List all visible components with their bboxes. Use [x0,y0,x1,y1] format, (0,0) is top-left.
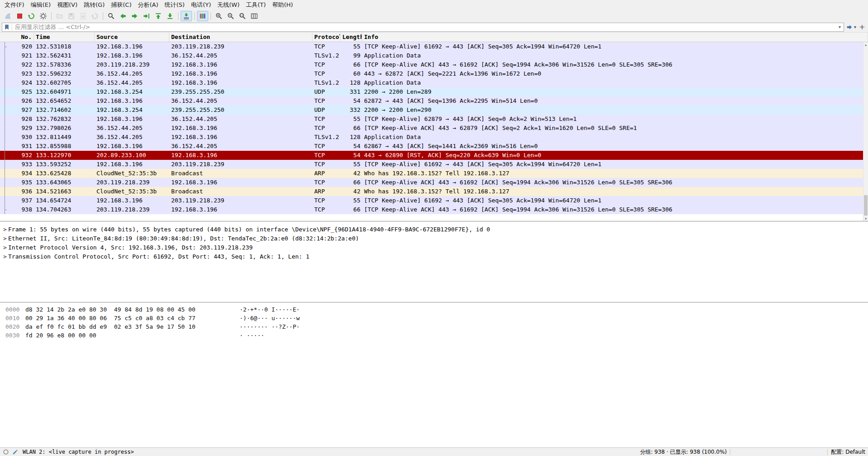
packet-row-933[interactable]: 933133.593252192.168.3.196203.119.218.23… [0,160,868,169]
capture-comment-icon[interactable] [12,449,19,455]
column-header-destination[interactable]: Destination [169,33,312,42]
column-header-info[interactable]: Info [362,33,868,42]
column-header-time[interactable]: Time [34,33,95,42]
restart-capture-button[interactable] [26,11,37,21]
cell-length: 99 [340,51,362,60]
stop-capture-icon [16,12,24,20]
menu-go[interactable]: 跳转(G) [81,0,108,10]
menu-edit[interactable]: 编辑(E) [28,0,54,10]
zoom-original-button[interactable]: 1:1 [237,11,248,21]
cell-source: 192.168.3.196 [95,142,169,151]
go-forward-button[interactable] [129,11,140,21]
expand-arrow-icon[interactable]: > [2,243,8,252]
open-capture-file-button[interactable] [54,11,65,21]
menu-help[interactable]: 帮助(H) [269,0,296,10]
expand-arrow-icon[interactable]: > [2,225,8,234]
cell-destination: 192.168.3.196 [169,151,312,160]
capture-options-button[interactable] [38,11,49,21]
find-packet-button[interactable] [106,11,117,21]
stop-capture-button[interactable] [14,11,25,21]
packet-row-927[interactable]: 927132.714602192.168.3.254239.255.255.25… [0,106,868,115]
add-filter-expression-button[interactable]: + [858,23,866,32]
profile-button[interactable]: 配置: Default [831,448,865,456]
filter-bookmark-icon[interactable] [4,24,12,31]
scroll-thumb[interactable] [864,195,868,216]
filter-history-dropdown-icon[interactable]: ▾ [837,24,842,29]
detail-line[interactable]: >Internet Protocol Version 4, Src: 192.1… [0,243,868,252]
column-header-no[interactable]: No. [0,33,34,42]
column-header-source[interactable]: Source [95,33,169,42]
packet-row-938[interactable]: 938134.704263203.119.218.239192.168.3.19… [0,205,868,214]
packet-row-937[interactable]: 937134.654724192.168.3.196203.119.218.23… [0,196,868,205]
cell-destination: 203.119.218.239 [169,160,312,169]
column-header-protocol[interactable]: Protocol [312,33,340,42]
detail-line[interactable]: >Transmission Control Protocol, Src Port… [0,252,868,261]
menu-statistics[interactable]: 统计(S) [162,0,188,10]
colorize-packets-button[interactable] [197,11,208,21]
packet-counts-text: 分组: 938 · 已显示: 938 (100.0%) [640,448,727,456]
resize-columns-button[interactable] [249,11,260,21]
hex-row[interactable]: 0000d8 32 14 2b 2a e0 80 30 49 84 8d 19 … [0,305,868,314]
expert-info-icon[interactable] [3,449,9,455]
menu-tools[interactable]: 工具(T) [243,0,269,10]
packet-row-930[interactable]: 930132.81144936.152.44.205192.168.3.196T… [0,133,868,142]
scroll-down-arrow[interactable]: ▼ [863,216,868,221]
packet-row-928[interactable]: 928132.762832192.168.3.19636.152.44.205T… [0,115,868,124]
packet-row-922[interactable]: 922132.578336203.119.218.239192.168.3.19… [0,60,868,69]
hex-row[interactable]: 0030fd 20 96 e8 00 00 00· ····· [0,331,868,340]
menu-wireless[interactable]: 无线(W) [214,0,243,10]
packet-row-926[interactable]: 926132.654652192.168.3.19636.152.44.205T… [0,96,868,106]
cell-destination: 203.119.218.239 [169,196,312,205]
packet-list-scrollbar[interactable]: ▲ ▼ [863,42,868,221]
packet-row-931[interactable]: 931132.855988192.168.3.19636.152.44.205T… [0,142,868,151]
hex-ascii: ·2·+*··0 I·····E· [240,305,300,314]
cell-protocol: ARP [312,169,340,178]
detail-line[interactable]: >Frame 1: 55 bytes on wire (440 bits), 5… [0,225,868,234]
reload-capture-file-button[interactable] [89,11,101,21]
save-capture-file-button[interactable] [66,11,77,21]
go-last-packet-icon [166,12,174,20]
packet-row-924[interactable]: 924132.60270536.152.44.205192.168.3.196T… [0,78,868,87]
cell-time: 132.531018 [34,42,95,51]
go-last-packet-button[interactable] [164,11,176,21]
start-capture-button[interactable] [2,11,14,21]
menu-telephony[interactable]: 电话(Y) [188,0,214,10]
packet-row-934[interactable]: 934133.625428CloudNet_52:35:3bBroadcastA… [0,169,868,178]
cell-length: 128 [340,133,362,142]
open-capture-file-icon [56,12,63,20]
display-filter-input[interactable]: 应用显示过滤器 … <Ctrl-/> ▾ [2,23,844,32]
detail-line[interactable]: >Ethernet II, Src: LiteonTe_84:8d:19 (80… [0,234,868,243]
zoom-out-button[interactable] [225,11,236,21]
column-header-length[interactable]: Length [340,33,362,42]
go-first-packet-button[interactable] [153,11,164,21]
packet-row-936[interactable]: 936134.521663CloudNet_52:35:3bBroadcastA… [0,187,868,196]
go-to-packet-button[interactable] [141,11,152,21]
go-back-button[interactable] [117,11,129,21]
menu-analyze[interactable]: 分析(A) [134,0,161,10]
cell-info: 62867 → 443 [ACK] Seq=1441 Ack=2369 Win=… [362,142,868,151]
hex-row[interactable]: 001000 29 1a 36 40 00 80 06 75 c5 c0 a8 … [0,314,868,322]
main-toolbar: 1:1 [0,10,868,22]
cell-time: 132.562431 [34,51,95,60]
menu-file[interactable]: 文件(F) [1,0,28,10]
apply-filter-button[interactable] [846,23,853,32]
zoom-in-button[interactable] [213,11,225,21]
menu-view[interactable]: 视图(V) [54,0,81,10]
scroll-up-arrow[interactable]: ▲ [863,42,868,47]
auto-scroll-button[interactable] [181,11,192,21]
packet-row-920[interactable]: 920132.531018192.168.3.196203.119.218.23… [0,42,868,51]
menu-capture[interactable]: 捕获(C) [108,0,134,10]
packet-list-pane: No.TimeSourceDestinationProtocolLengthIn… [0,33,868,221]
packet-row-925[interactable]: 925132.604971192.168.3.254239.255.255.25… [0,87,868,96]
packet-row-923[interactable]: 923132.59623236.152.44.205192.168.3.196T… [0,69,868,78]
packet-row-935[interactable]: 935133.643065203.119.218.239192.168.3.19… [0,178,868,187]
cell-source: CloudNet_52:35:3b [95,187,169,196]
packet-row-921[interactable]: 921132.562431192.168.3.19636.152.44.205T… [0,51,868,60]
apply-filter-dropdown-icon[interactable]: ▾ [854,24,856,29]
expand-arrow-icon[interactable]: > [2,252,8,261]
packet-row-929[interactable]: 929132.79802636.152.44.205192.168.3.196T… [0,124,868,133]
hex-row[interactable]: 0020da ef f0 fc 01 bb dd e9 02 e3 3f 5a … [0,322,868,331]
close-capture-file-button[interactable] [77,11,89,21]
packet-row-932[interactable]: 932133.122970202.89.233.100192.168.3.196… [0,151,868,160]
expand-arrow-icon[interactable]: > [2,234,8,243]
